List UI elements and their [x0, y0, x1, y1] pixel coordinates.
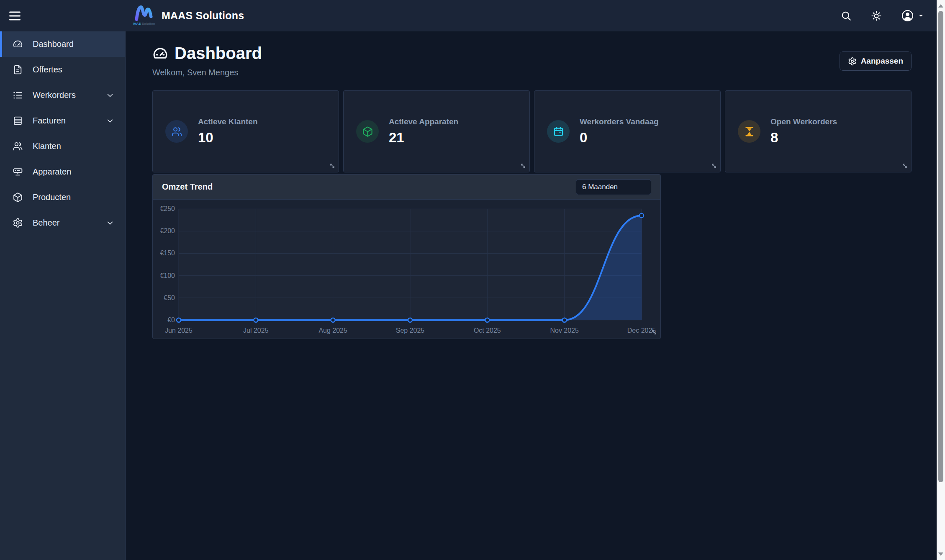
resize-diagonal-icon: [329, 162, 336, 169]
sidebar-item-klanten[interactable]: Klanten: [0, 134, 125, 159]
stat-label: Actieve Klanten: [198, 117, 258, 126]
sidebar-item-dashboard[interactable]: Dashboard: [0, 31, 125, 57]
calendar-icon: [553, 126, 564, 137]
scroll-down-icon[interactable]: [937, 551, 945, 557]
menu-toggle-button[interactable]: [7, 9, 23, 23]
search-icon: [841, 10, 852, 21]
stat-label: Werkorders Vandaag: [580, 117, 659, 126]
search-button[interactable]: [840, 10, 853, 22]
customize-button[interactable]: Aanpassen: [840, 51, 912, 71]
chart-title: Omzet Trend: [162, 182, 213, 192]
caret-down-icon: [918, 13, 924, 19]
stat-card: Actieve Apparaten21: [343, 90, 530, 172]
stat-texts: Open Werkorders8: [770, 117, 837, 146]
sidebar-item-label: Producten: [33, 193, 114, 202]
resize-handle-icon[interactable]: [901, 162, 908, 169]
scrollbar-thumb[interactable]: [938, 11, 943, 482]
revenue-line-chart: €0€50€100€150€200€250Jun 2025Jul 2025Aug…: [153, 200, 660, 339]
svg-text:MAAS Solutions: MAAS Solutions: [133, 22, 155, 26]
resize-handle-icon[interactable]: [651, 329, 657, 336]
sidebar-item-facturen[interactable]: Facturen: [0, 108, 125, 134]
navbar-actions: [840, 0, 925, 31]
hourglass-icon: [744, 126, 755, 137]
sidebar-item-label: Werkorders: [33, 90, 96, 100]
resize-diagonal-icon: [651, 329, 657, 336]
stat-card: Werkorders Vandaag0: [534, 90, 721, 172]
sidebar-item-label: Beheer: [33, 218, 96, 228]
gear-icon: [13, 218, 23, 228]
svg-text:Nov 2025: Nov 2025: [550, 326, 579, 334]
vertical-scrollbar[interactable]: [937, 0, 945, 560]
brand-logo-icon: MAAS Solutions: [133, 2, 155, 29]
svg-text:€150: €150: [160, 249, 175, 257]
resize-handle-icon[interactable]: [329, 162, 336, 169]
gear-icon: [848, 57, 857, 66]
stat-icon-badge: [547, 120, 570, 143]
stat-texts: Actieve Apparaten21: [389, 117, 458, 146]
logo-caption-maas: MAAS: [133, 22, 141, 26]
chart-header: Omzet Trend 6 Maanden: [153, 175, 660, 200]
hamburger-icon: [9, 11, 21, 13]
users-icon: [171, 126, 182, 137]
stat-icon-badge: [165, 120, 188, 143]
list-icon: [13, 90, 23, 100]
sidebar-item-label: Apparaten: [33, 167, 114, 177]
welcome-text: Welkom, Sven Menges: [152, 68, 912, 77]
stat-label: Actieve Apparaten: [389, 117, 458, 126]
page-header: Dashboard Welkom, Sven Menges Aanpassen: [152, 44, 912, 77]
sidebar-item-beheer[interactable]: Beheer: [0, 210, 125, 236]
revenue-chart-card: Omzet Trend 6 Maanden €0€50€100€150€200€…: [152, 174, 661, 339]
stat-value: 8: [770, 130, 837, 146]
svg-text:Jun 2025: Jun 2025: [165, 326, 193, 334]
scroll-up-icon[interactable]: [937, 3, 945, 9]
page-title: Dashboard: [152, 44, 912, 63]
sidebar: DashboardOffertesWerkordersFacturenKlant…: [0, 31, 126, 560]
chart-range-select[interactable]: 6 Maanden: [576, 179, 651, 195]
customize-button-label: Aanpassen: [861, 57, 903, 66]
sidebar-item-label: Offertes: [33, 65, 114, 74]
brand: MAAS Solutions MAAS Solutions: [133, 2, 244, 29]
resize-diagonal-icon: [711, 162, 717, 169]
gauge-icon: [152, 46, 168, 62]
chevron-down-icon: [106, 219, 114, 227]
users-icon: [13, 141, 23, 152]
stat-label: Open Werkorders: [770, 117, 837, 126]
svg-text:€0: €0: [167, 316, 175, 324]
sidebar-item-producten[interactable]: Producten: [0, 185, 125, 210]
package-icon: [13, 192, 23, 203]
resize-diagonal-icon: [520, 162, 526, 169]
stat-texts: Werkorders Vandaag0: [580, 117, 659, 146]
resize-handle-icon[interactable]: [711, 162, 717, 169]
stats-row: Actieve Klanten10Actieve Apparaten21Werk…: [152, 90, 912, 172]
svg-text:Jul 2025: Jul 2025: [243, 326, 269, 334]
sidebar-item-offertes[interactable]: Offertes: [0, 57, 125, 82]
chevron-down-icon: [106, 91, 114, 100]
stat-card: Actieve Klanten10: [152, 90, 339, 172]
device-icon: [13, 167, 23, 177]
package-icon: [362, 126, 373, 137]
sidebar-item-werkorders[interactable]: Werkorders: [0, 82, 125, 108]
stat-card: Open Werkorders8: [725, 90, 912, 172]
sidebar-item-apparaten[interactable]: Apparaten: [0, 159, 125, 185]
stat-icon-badge: [738, 120, 760, 143]
svg-text:Aug 2025: Aug 2025: [318, 326, 347, 334]
svg-text:€100: €100: [160, 271, 175, 279]
stat-value: 10: [198, 130, 258, 146]
theme-toggle-button[interactable]: [870, 10, 883, 22]
stat-icon-badge: [356, 120, 379, 143]
page-title-text: Dashboard: [175, 44, 262, 63]
brand-name: MAAS Solutions: [162, 10, 244, 22]
svg-text:Sep 2025: Sep 2025: [396, 326, 425, 334]
stat-value: 0: [580, 130, 659, 146]
user-menu-button[interactable]: [900, 8, 925, 23]
top-navbar: MAAS Solutions MAAS Solutions: [0, 0, 937, 31]
resize-handle-icon[interactable]: [520, 162, 526, 169]
svg-text:€250: €250: [160, 205, 175, 212]
chevron-down-icon: [106, 117, 114, 125]
svg-text:€50: €50: [164, 294, 175, 301]
sidebar-nav: DashboardOffertesWerkordersFacturenKlant…: [0, 31, 125, 236]
receipt-icon: [13, 116, 23, 126]
line-chart-svg: €0€50€100€150€200€250Jun 2025Jul 2025Aug…: [153, 200, 660, 339]
sidebar-item-label: Dashboard: [33, 39, 114, 49]
sidebar-item-label: Facturen: [33, 116, 96, 126]
